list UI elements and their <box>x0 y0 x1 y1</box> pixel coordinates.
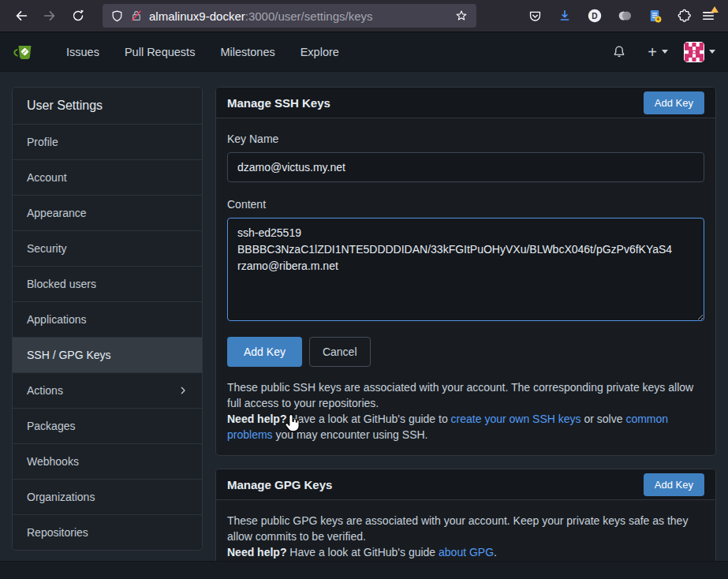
toolbar-extensions: D <box>523 4 720 28</box>
ssh-keys-panel: Manage SSH Keys Add Key Key Name Content… <box>215 87 716 456</box>
pocket-button[interactable] <box>523 4 547 28</box>
svg-text:D: D <box>592 12 597 21</box>
ssh-panel-header: Manage SSH Keys Add Key <box>216 88 715 118</box>
extensions-puzzle-button[interactable] <box>673 4 696 28</box>
page-content: User Settings Profile Account Appearance… <box>0 72 728 579</box>
sidebar-item-security[interactable]: Security <box>13 230 202 266</box>
sidebar-item-ssh-gpg-keys[interactable]: SSH / GPG Keys <box>13 337 202 372</box>
user-menu[interactable] <box>684 42 715 62</box>
bookmark-star-icon[interactable] <box>454 9 469 23</box>
sidebar-item-applications[interactable]: Applications <box>13 301 202 337</box>
extension-circles-button[interactable] <box>613 4 637 28</box>
gpg-panel-header: Manage GPG Keys Add Key <box>216 469 715 500</box>
extension-document-icon <box>647 8 663 24</box>
sidebar-item-repositories[interactable]: Repositories <box>13 514 202 550</box>
extension-circles-icon <box>616 7 633 24</box>
extension-d-icon: D <box>586 7 603 24</box>
plus-icon: + <box>648 44 657 60</box>
navbar-right: + <box>608 41 715 63</box>
url-host: almalinux9-docker <box>149 9 245 23</box>
settings-sidebar: User Settings Profile Account Appearance… <box>12 87 203 551</box>
extension-d-button[interactable]: D <box>583 4 607 28</box>
create-ssh-keys-link[interactable]: create your own SSH keys <box>451 413 581 425</box>
update-badge <box>711 6 719 13</box>
downloads-button[interactable] <box>553 4 577 28</box>
ssh-help-text: These public SSH keys are associated wit… <box>227 379 704 443</box>
cancel-button[interactable]: Cancel <box>309 337 371 367</box>
back-icon <box>13 7 30 24</box>
nav-link-pull-requests[interactable]: Pull Requests <box>112 32 207 72</box>
gpg-panel-title: Manage GPG Keys <box>227 478 332 491</box>
sidebar-item-packages[interactable]: Packages <box>13 408 202 443</box>
page-footer <box>0 561 728 579</box>
nav-link-explore[interactable]: Explore <box>288 32 352 72</box>
caret-down-icon <box>662 50 668 54</box>
gpg-add-key-toggle-button[interactable]: Add Key <box>644 473 704 496</box>
nav-link-issues[interactable]: Issues <box>54 32 112 72</box>
need-help-label: Need help? <box>227 413 286 425</box>
need-help-label: Need help? <box>227 546 286 558</box>
chevron-right-icon <box>177 384 189 397</box>
key-name-input[interactable] <box>227 152 704 182</box>
sidebar-item-profile[interactable]: Profile <box>13 124 202 159</box>
sidebar-title: User Settings <box>13 88 202 124</box>
user-avatar <box>684 42 704 62</box>
forward-icon <box>41 7 58 24</box>
gitea-logo-icon[interactable] <box>13 40 36 64</box>
url-bar[interactable]: almalinux9-docker:3000/user/settings/key… <box>103 4 476 28</box>
about-gpg-link[interactable]: about GPG <box>439 546 494 558</box>
url-text[interactable]: almalinux9-docker:3000/user/settings/key… <box>149 9 450 23</box>
notifications-button[interactable] <box>608 41 630 63</box>
gpg-keys-panel: Manage GPG Keys Add Key These public GPG… <box>215 469 716 573</box>
pocket-icon <box>528 9 543 24</box>
browser-toolbar: almalinux9-docker:3000/user/settings/key… <box>0 0 728 32</box>
content-label: Content <box>227 198 704 211</box>
nav-link-milestones[interactable]: Milestones <box>207 32 287 72</box>
ssh-add-key-toggle-button[interactable]: Add Key <box>644 92 704 114</box>
download-icon <box>557 8 573 24</box>
sidebar-item-account[interactable]: Account <box>13 159 202 195</box>
create-new-dropdown[interactable]: + <box>648 44 668 60</box>
bell-icon <box>611 44 627 60</box>
key-content-textarea[interactable]: ssh-ed25519 BBBBC3NzaC1lZDI1NTE5DDDDIDAN… <box>227 218 704 321</box>
forward-button[interactable] <box>38 4 62 28</box>
ssh-panel-title: Manage SSH Keys <box>227 96 330 110</box>
back-button[interactable] <box>9 4 33 28</box>
caret-down-icon <box>709 50 715 54</box>
extension-document-button[interactable] <box>643 4 666 28</box>
sidebar-item-actions[interactable]: Actions <box>13 372 202 408</box>
puzzle-icon <box>677 8 693 24</box>
insecure-lock-icon[interactable] <box>130 9 143 22</box>
gitea-navbar: Issues Pull Requests Milestones Explore … <box>0 32 728 72</box>
gpg-help-text: These public GPG keys are associated wit… <box>227 513 704 560</box>
ssh-panel-body: Key Name Content ssh-ed25519 BBBBC3NzaC1… <box>216 118 715 455</box>
reload-icon <box>70 8 86 24</box>
add-key-submit-button[interactable]: Add Key <box>227 337 302 367</box>
key-name-label: Key Name <box>227 133 704 145</box>
settings-main: Manage SSH Keys Add Key Key Name Content… <box>215 87 716 573</box>
form-buttons: Add Key Cancel <box>227 337 704 367</box>
sidebar-item-webhooks[interactable]: Webhooks <box>13 443 202 479</box>
url-path: :3000/user/settings/keys <box>245 9 373 23</box>
tracking-shield-icon[interactable] <box>110 9 124 23</box>
sidebar-item-appearance[interactable]: Appearance <box>13 195 202 230</box>
sidebar-item-blocked-users[interactable]: Blocked users <box>13 266 202 301</box>
sidebar-item-organizations[interactable]: Organizations <box>13 479 202 514</box>
reload-button[interactable] <box>66 4 90 28</box>
